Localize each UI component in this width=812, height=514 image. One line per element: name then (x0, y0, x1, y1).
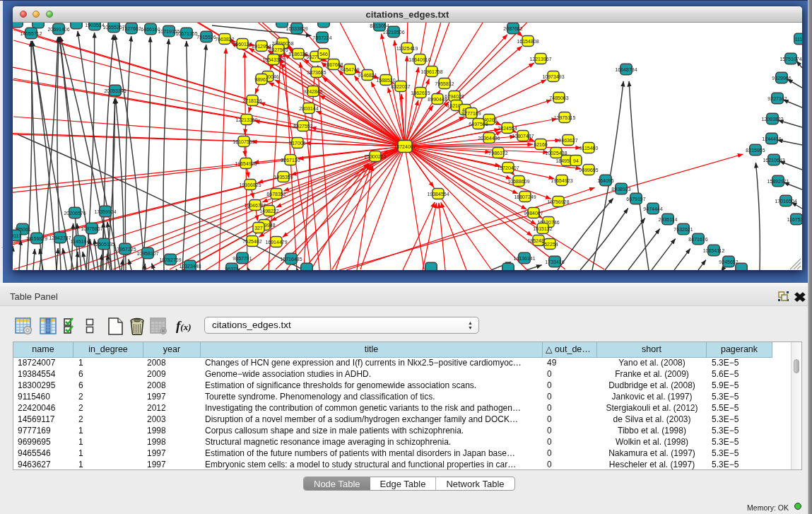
svg-text:9699695: 9699695 (579, 168, 598, 173)
svg-text:7515526: 7515526 (196, 35, 216, 40)
svg-text:20364436: 20364436 (478, 136, 500, 141)
svg-text:15892971: 15892971 (767, 179, 789, 184)
svg-text:12975115: 12975115 (554, 115, 576, 120)
svg-text:12213967: 12213967 (529, 57, 551, 62)
svg-text:9463627: 9463627 (558, 138, 577, 143)
svg-text:8678352: 8678352 (266, 192, 286, 197)
svg-text:7632621: 7632621 (673, 227, 693, 232)
svg-text:1112: 1112 (795, 37, 802, 42)
svg-text:7857224: 7857224 (312, 35, 331, 40)
svg-text:62160: 62160 (534, 142, 548, 147)
svg-text:8938923: 8938923 (611, 187, 630, 192)
svg-text:7986372: 7986372 (488, 151, 507, 156)
svg-text:2867608: 2867608 (324, 62, 343, 67)
svg-text:10025438: 10025438 (545, 151, 567, 156)
svg-text:17016504: 17016504 (775, 199, 796, 204)
svg-text:9329966: 9329966 (772, 76, 791, 81)
svg-text:2803144: 2803144 (299, 106, 318, 111)
svg-text:12942737: 12942737 (49, 235, 71, 240)
svg-text:25300285: 25300285 (364, 154, 386, 159)
svg-text:1167533: 1167533 (787, 217, 802, 222)
svg-text:16210643: 16210643 (763, 158, 784, 163)
svg-text:6794028: 6794028 (445, 94, 464, 99)
svg-text:164095: 164095 (597, 178, 613, 183)
svg-text:9146821: 9146821 (358, 73, 377, 78)
svg-text:9115460: 9115460 (579, 146, 599, 151)
svg-text:8454749: 8454749 (340, 67, 359, 72)
svg-text:20206576: 20206576 (64, 211, 86, 216)
svg-text:3660124: 3660124 (233, 42, 252, 47)
svg-text:10688609: 10688609 (507, 179, 529, 184)
svg-text:16648784: 16648784 (615, 67, 637, 72)
svg-text:17957225: 17957225 (114, 247, 136, 252)
svg-text:15716485: 15716485 (280, 257, 302, 262)
svg-text:8471676: 8471676 (688, 237, 707, 242)
svg-text:10807487: 10807487 (512, 134, 534, 139)
svg-text:252254: 252254 (541, 242, 558, 247)
svg-text:1935359: 1935359 (273, 175, 293, 180)
svg-text:14136141: 14136141 (513, 256, 535, 261)
svg-text:20691406: 20691406 (47, 27, 69, 32)
svg-text:11156829: 11156829 (26, 236, 47, 241)
svg-text:327: 327 (254, 226, 263, 230)
svg-text:19654923: 19654923 (551, 178, 572, 183)
svg-text:9777169: 9777169 (461, 111, 481, 116)
svg-text:16914479: 16914479 (265, 240, 287, 245)
svg-text:9084067: 9084067 (524, 211, 543, 216)
svg-text:10958107: 10958107 (136, 251, 158, 256)
svg-text:6679197: 6679197 (626, 197, 645, 201)
svg-text:8215955: 8215955 (746, 148, 765, 153)
svg-text:12505135: 12505135 (93, 242, 114, 247)
svg-text:12323448: 12323448 (179, 264, 201, 269)
svg-text:16154808: 16154808 (517, 39, 539, 44)
svg-text:15751074: 15751074 (779, 57, 801, 62)
svg-text:19218506: 19218506 (382, 30, 404, 35)
svg-text:9227342: 9227342 (767, 96, 787, 101)
svg-text:10756928: 10756928 (547, 199, 569, 204)
svg-text:7625402: 7625402 (242, 239, 261, 244)
svg-text:2935114: 2935114 (659, 217, 678, 222)
svg-text:96371: 96371 (225, 267, 239, 271)
svg-text:12213369: 12213369 (235, 117, 257, 122)
svg-text:16961758: 16961758 (420, 69, 442, 74)
svg-text:9245652: 9245652 (719, 259, 738, 264)
svg-text:14055712: 14055712 (20, 31, 42, 36)
svg-text:18807249: 18807249 (514, 194, 536, 199)
svg-text:10654112: 10654112 (703, 248, 725, 253)
svg-text:11325419: 11325419 (396, 46, 418, 51)
svg-text:2087682: 2087682 (503, 26, 522, 31)
svg-text:1145194: 1145194 (71, 239, 90, 244)
svg-text:19654925: 19654925 (235, 161, 257, 166)
svg-text:6497568: 6497568 (469, 122, 488, 127)
svg-text:18724007: 18724007 (394, 144, 416, 149)
svg-text:8322037: 8322037 (391, 84, 410, 89)
svg-text:94: 94 (573, 158, 579, 163)
svg-text:1527602: 1527602 (122, 26, 141, 31)
svg-text:16543382: 16543382 (262, 57, 284, 62)
svg-text:10671355: 10671355 (175, 31, 197, 36)
svg-text:98961: 98961 (254, 77, 269, 82)
svg-text:1615132: 1615132 (533, 226, 552, 231)
svg-text:8427552: 8427552 (293, 124, 312, 129)
svg-text:19046786: 19046786 (244, 203, 266, 208)
svg-text:546: 546 (319, 52, 328, 57)
svg-text:12093822: 12093822 (761, 117, 783, 122)
svg-text:10973493: 10973493 (542, 74, 564, 79)
svg-text:19166825: 19166825 (239, 182, 261, 187)
svg-text:1498222: 1498222 (259, 209, 278, 214)
svg-text:20053346: 20053346 (104, 88, 126, 93)
svg-text:3824554: 3824554 (498, 126, 517, 131)
svg-text:9474444: 9474444 (643, 206, 662, 211)
svg-text:16033809: 16033809 (286, 26, 307, 31)
svg-text:15720407: 15720407 (497, 165, 519, 170)
svg-text:7955812: 7955812 (435, 81, 454, 86)
svg-text:9857791: 9857791 (233, 256, 252, 261)
svg-text:8813054: 8813054 (370, 23, 389, 28)
svg-text:10975867: 10975867 (81, 226, 102, 231)
svg-text:7485063: 7485063 (549, 95, 568, 100)
svg-text:1733426: 1733426 (545, 259, 564, 264)
svg-text:1362615: 1362615 (411, 90, 430, 95)
svg-text:16107553: 16107553 (233, 139, 254, 144)
svg-text:3873685: 3873685 (307, 70, 326, 75)
svg-text:1588520: 1588520 (376, 78, 395, 83)
